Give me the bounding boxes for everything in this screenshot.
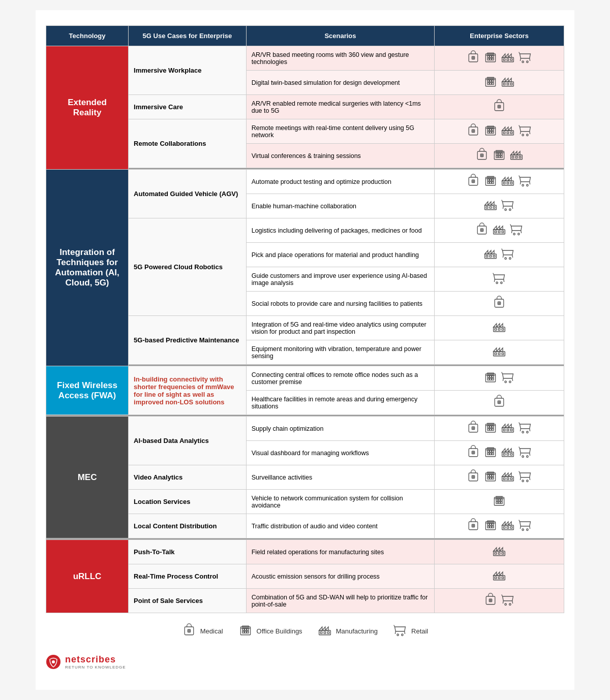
svg-line-157 [493,273,494,275]
svg-rect-272 [496,499,498,501]
svg-rect-180 [492,376,494,378]
svg-rect-227 [492,451,494,453]
svg-marker-117 [488,202,491,205]
svg-rect-264 [507,478,509,480]
svg-rect-53 [487,132,490,134]
svg-marker-145 [488,250,491,254]
scenario-cell: Integration of 5G and real-time video an… [246,316,435,340]
use-case-cell: Local Content Distribution [129,514,247,538]
manufacturing-icon [501,50,515,66]
svg-rect-120 [490,207,492,209]
retail-icon [393,623,407,639]
retail-icon [501,370,515,386]
svg-point-151 [509,258,511,260]
svg-rect-177 [502,353,504,355]
office-icon [483,445,498,461]
svg-line-124 [502,200,503,202]
svg-rect-103 [502,181,514,185]
svg-marker-307 [497,548,500,551]
svg-marker-104 [502,177,505,181]
svg-rect-277 [498,502,500,504]
scenario-cell: Healthcare facilities in remote areas an… [246,391,435,415]
svg-marker-236 [505,449,508,452]
svg-marker-146 [491,250,494,254]
svg-rect-273 [501,499,503,501]
svg-point-139 [518,233,520,235]
svg-marker-260 [502,473,505,476]
svg-rect-309 [495,553,497,555]
scenario-cell: Remote meetings with real-time content d… [246,119,435,144]
svg-marker-210 [502,424,505,428]
use-case-cell: AI-based Data Analytics [129,417,247,465]
medical-icon [483,593,498,609]
svg-marker-295 [505,522,508,525]
svg-marker-14 [502,54,505,57]
svg-rect-5 [487,56,490,58]
svg-rect-287 [490,524,492,526]
scenario-cell: Visual dashboard for managing workflows [246,441,435,465]
svg-point-300 [522,529,524,531]
legend-medical: Medical [182,623,223,639]
svg-line-142 [521,231,522,233]
legend-retail-label: Retail [411,627,428,635]
svg-marker-60 [505,127,508,131]
svg-rect-149 [493,256,495,258]
svg-marker-294 [502,522,505,525]
svg-rect-137 [502,231,504,233]
svg-line-351 [395,631,395,634]
medical-icon [475,148,489,164]
svg-line-140 [510,225,511,227]
medical-icon [182,623,196,639]
office-icon [483,123,498,139]
svg-rect-77 [498,153,500,155]
icons-cell [435,490,564,514]
page-container: Technology 5G Use Cases for Enterprise S… [36,10,574,690]
svg-point-187 [505,381,507,383]
icons-cell [435,589,564,613]
manufacturing-icon [492,568,506,584]
svg-rect-108 [507,182,509,184]
icons-cell [435,465,564,490]
svg-rect-10 [490,58,492,60]
svg-rect-87 [512,156,514,158]
svg-rect-347 [327,632,329,634]
retail-icon [501,198,515,214]
svg-rect-335 [245,629,247,631]
svg-rect-89 [519,156,521,158]
svg-rect-310 [498,553,500,555]
svg-point-155 [496,282,498,284]
svg-marker-342 [319,627,322,630]
svg-marker-105 [505,177,508,181]
svg-point-21 [527,61,529,63]
svg-rect-38 [503,83,505,85]
svg-rect-148 [490,256,492,258]
medical-icon [475,222,489,238]
icons-cell [435,366,564,391]
svg-point-217 [527,431,529,433]
logo-icon [46,654,61,670]
logo-name: netscribes [65,654,116,664]
retail-icon [518,518,532,534]
logo-area: netscribes RETURN TO KNOWLEDGE [46,654,564,670]
svg-line-152 [502,249,503,251]
medical-icon [466,518,480,534]
svg-rect-6 [492,56,494,58]
office-icon [483,174,498,189]
svg-rect-182 [487,378,490,380]
svg-rect-115 [485,205,497,210]
icons-cell [435,144,564,168]
svg-rect-175 [495,353,497,355]
svg-rect-209 [502,428,514,432]
icons-cell [435,417,564,441]
logo-tagline: RETURN TO KNOWLEDGE [65,665,126,670]
medical-icon [466,174,480,189]
svg-rect-251 [487,475,490,477]
scenario-cell: Vehicle to network communication system … [246,490,435,514]
use-case-cell: In-building connectivity with shorter fr… [129,366,247,415]
svg-line-268 [519,471,520,473]
svg-rect-215 [510,429,512,431]
svg-line-125 [503,206,503,209]
svg-marker-235 [502,449,505,452]
medical-icon [492,296,506,311]
svg-rect-317 [498,577,500,579]
